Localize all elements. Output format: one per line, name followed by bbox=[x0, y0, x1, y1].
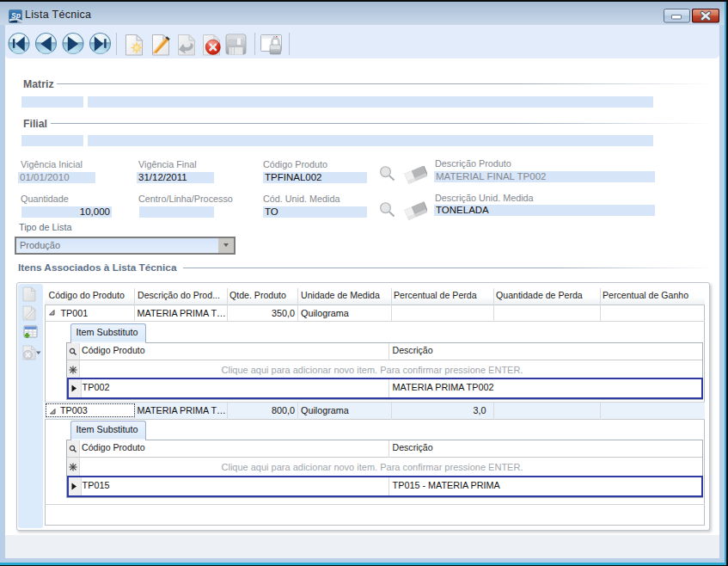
svg-text:Sp: Sp bbox=[11, 11, 21, 20]
